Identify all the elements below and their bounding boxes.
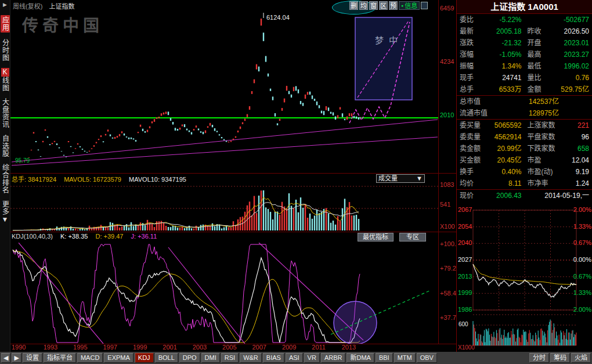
- quote-cell: 市盈12.04: [525, 154, 592, 166]
- quote-value: -5.22%: [499, 14, 521, 26]
- quote-value: 8.11: [508, 178, 521, 189]
- quote-row: 涨跌-21.32开盘2023.01: [457, 37, 592, 49]
- quote-row: 委比-5.22%-502677: [457, 14, 592, 26]
- quote-value: 142537亿: [529, 96, 559, 107]
- intraday-volume-unit-label: X1000: [458, 344, 475, 351]
- zone-button[interactable]: 专区: [399, 233, 426, 242]
- kdj-j-value: J: +36.11: [131, 233, 157, 240]
- toolbar-prev-button[interactable]: ◀: [1, 353, 10, 363]
- quote-value: 96: [582, 131, 589, 143]
- indicator-tab-dmi[interactable]: DMI: [201, 353, 220, 363]
- sidebar-item-fenshitu[interactable]: 分时图: [1, 39, 10, 62]
- indicator-tab-expma[interactable]: EXPMA: [104, 353, 133, 363]
- bottom-view-tab-2[interactable]: 火焰: [571, 353, 591, 363]
- intraday-percent-label: 2.00%: [573, 306, 591, 313]
- quote-label: 流通市值: [460, 107, 488, 119]
- indicator-tab-kdj[interactable]: KDJ: [135, 353, 154, 363]
- timeline-year-label: 1999: [133, 344, 147, 351]
- indicator-tab-rsi[interactable]: RSI: [221, 353, 239, 363]
- sidebar-item-zixuangu[interactable]: 自选股: [1, 135, 10, 157]
- indicator-tab-新dma[interactable]: 新DMA: [346, 353, 374, 363]
- indicator-platform-button[interactable]: 指标平台: [44, 353, 76, 363]
- indicator-tab-asi[interactable]: ASI: [286, 353, 303, 363]
- volume-axis-label: 1083: [440, 181, 454, 188]
- indicator-tab-arbr[interactable]: ARBR: [321, 353, 346, 363]
- quote-cell: 卖金额20.99亿: [457, 143, 525, 154]
- quote-value: 128975亿: [529, 107, 559, 119]
- volume-type-dropdown[interactable]: 成交量 ▼: [376, 174, 425, 183]
- quote-cell: 金额529.75亿: [525, 84, 592, 95]
- sidebar-item-yingyong[interactable]: 应用: [1, 15, 10, 33]
- timeline-year-label: 1993: [44, 344, 57, 351]
- quote-row: 总市值142537亿: [457, 96, 592, 107]
- quote-label: 最新: [460, 26, 474, 37]
- pane-separator: [10, 173, 456, 174]
- quote-cell: 换手0.40%: [457, 166, 525, 178]
- info-button[interactable]: ●信息: [399, 1, 420, 10]
- quote-row: 最新2005.18昨收2026.50: [457, 26, 592, 37]
- quote-label: 下跌家数: [528, 143, 555, 154]
- mavol10-label: MAVOL10: 9347195: [129, 176, 186, 183]
- settings-button[interactable]: 设置: [23, 353, 42, 363]
- quote-label: 上涨家数: [528, 120, 555, 131]
- indicator-tab-obv[interactable]: OBV: [417, 353, 437, 363]
- chart-header: 周线(复权) 上证指数: [13, 1, 74, 10]
- sidebar-item-gengduo[interactable]: 更多▼: [1, 200, 10, 224]
- indicator-tab-dpo[interactable]: DPO: [179, 353, 200, 363]
- quote-label: 振幅: [460, 60, 474, 72]
- intraday-price-label: 2013: [458, 273, 472, 280]
- chart-tool-button-1[interactable]: 均: [359, 1, 368, 10]
- quote-label: 金额: [528, 84, 542, 95]
- bottom-view-tab-1[interactable]: 筹码: [550, 353, 570, 363]
- indicator-tab-bbi[interactable]: BBI: [376, 353, 393, 363]
- peak-price-label: 6124.04: [266, 14, 290, 21]
- quote-label: 总手: [460, 84, 474, 95]
- indicator-tab-boll[interactable]: BOLL: [155, 353, 178, 363]
- toolbar-next-button[interactable]: ▶: [12, 353, 21, 363]
- bottom-view-tab-0[interactable]: 分时: [529, 353, 549, 363]
- intraday-percent-label: 1.33%: [573, 223, 591, 230]
- timeline-year-label: 1997: [103, 344, 117, 351]
- quote-cell: 委买量5065592: [457, 120, 525, 131]
- quote-value: 24741: [502, 72, 521, 84]
- quote-cell: -502677: [525, 14, 592, 26]
- sidebar-item-kxiantu[interactable]: K线图: [1, 68, 10, 92]
- price-axis-label: 4234: [440, 58, 454, 65]
- sidebar-collapse-icon[interactable]: ▶: [3, 1, 7, 9]
- quote-cell: 均价8.11: [457, 178, 525, 189]
- quote-label: 市盈: [528, 154, 542, 166]
- timeline-year-label: 2007: [252, 344, 266, 351]
- indicator-tab-w&r[interactable]: W&R: [240, 353, 262, 363]
- quote-label: 买金额: [460, 154, 481, 166]
- quote-value: 5065592: [494, 120, 522, 131]
- timeline-year-label: 1995: [73, 344, 87, 351]
- indicator-tab-macd[interactable]: MACD: [77, 353, 103, 363]
- intraday-price-label: 2067: [458, 206, 472, 213]
- intraday-chart-svg: [457, 203, 592, 352]
- best-indicator-button[interactable]: 最优指标: [358, 233, 394, 242]
- kdj-header: KDJ(100,40,3) K: +38.35 D: +39.47 J: +36…: [12, 233, 157, 240]
- indicator-tab-vr[interactable]: VR: [304, 353, 320, 363]
- sidebar-item-dapanzixun[interactable]: 大盘资讯: [1, 98, 10, 128]
- kdj-k-value: K: +38.35: [60, 233, 88, 240]
- caret-down-icon: ▼: [416, 175, 423, 182]
- chart-period-label: 周线(复权): [13, 3, 42, 10]
- chart-tool-checkbox[interactable]: [421, 2, 428, 9]
- price-axis-label: 6459: [440, 5, 454, 12]
- sidebar-item-zonghepaiming[interactable]: 综合排名: [1, 164, 10, 194]
- chart-tool-button-4[interactable]: 预: [389, 1, 398, 10]
- indicator-tab-bias[interactable]: BIAS: [263, 353, 284, 363]
- quote-row: 现价2006.432014-05-19,一: [457, 190, 592, 201]
- chart-tool-button-3[interactable]: 区: [379, 1, 388, 10]
- quote-cell: 流通市值128975亿: [457, 107, 592, 119]
- quote-label: 委买量: [460, 120, 481, 131]
- indicator-tab-mtm[interactable]: MTM: [394, 353, 416, 363]
- quote-row: 换手0.40%市盈(动)9.19: [457, 166, 592, 178]
- kdj-title: KDJ(100,40,3): [12, 233, 53, 240]
- chart-tool-button-0[interactable]: 删: [349, 1, 358, 10]
- intraday-percent-label: 2.00%: [573, 206, 591, 213]
- quote-label: 最高: [528, 49, 542, 60]
- chart-tool-button-2[interactable]: 窗: [369, 1, 378, 10]
- intraday-percent-label: 1.33%: [573, 289, 591, 296]
- quote-label: 均价: [460, 178, 474, 189]
